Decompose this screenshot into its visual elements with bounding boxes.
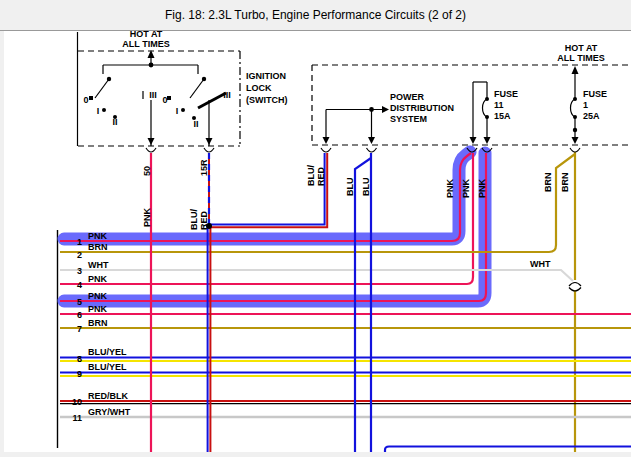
fuse11-dot-bottom xyxy=(485,115,489,119)
left-switch-terminal-0 xyxy=(89,96,93,100)
power-hotat-1: HOT AT xyxy=(565,43,598,53)
pin-number: 11 xyxy=(72,413,82,423)
wire-label-wht: WHT xyxy=(530,259,551,269)
left-switch-terminal-1 xyxy=(102,108,106,112)
row-label: PNK xyxy=(88,291,108,301)
fuse11-dot-top xyxy=(485,97,489,101)
pin-number: 5 xyxy=(77,297,82,307)
pin-number: 3 xyxy=(77,266,82,276)
row-label: RED/BLK xyxy=(88,391,128,401)
pin-number: 4 xyxy=(77,280,82,290)
pin-number: 2 xyxy=(77,250,82,260)
fuse1-rating: 25A xyxy=(583,111,600,121)
power-label-3: SYSTEM xyxy=(390,114,427,124)
fuse11-number: 11 xyxy=(494,100,504,110)
fuse1-number: 1 xyxy=(583,100,588,110)
fuse1-name: FUSE xyxy=(583,89,607,99)
row-label: PNK xyxy=(88,231,108,241)
wire-label-pnk: PNK xyxy=(142,207,152,227)
wire-label-blu: BLU xyxy=(345,178,355,197)
wire-label-pnk: PNK xyxy=(461,178,471,198)
right-pos-2: II xyxy=(193,119,198,129)
row-label: BRN xyxy=(88,318,108,328)
junction-dot xyxy=(149,63,154,68)
diagram-viewer-window: Fig. 18: 2.3L Turbo, Engine Performance … xyxy=(0,0,631,457)
row-label: PNK xyxy=(88,274,108,284)
right-pos-3: III xyxy=(223,90,231,100)
ignition-name-3: (SWITCH) xyxy=(246,95,288,105)
row-label: BLU/YEL xyxy=(88,347,127,357)
wire-label-pnk: PNK xyxy=(477,178,487,198)
window-bottom-edge xyxy=(0,452,631,457)
wire-label-brn: BRN xyxy=(543,173,553,193)
pin-number: 8 xyxy=(77,354,82,364)
wire-label-brn: BRN xyxy=(560,173,570,193)
power-label-1: POWER xyxy=(390,92,425,102)
row-label: GRY/WHT xyxy=(88,407,131,417)
pin-number: 1 xyxy=(77,237,82,247)
pin-number: 9 xyxy=(77,369,82,379)
wire-label-pnk: PNK xyxy=(445,178,455,198)
ignition-name-1: IGNITION xyxy=(246,71,286,81)
terminal-label-15r: 15R xyxy=(199,159,209,176)
wire-label-blured-1: BLU/ xyxy=(189,209,199,230)
pin-number: 10 xyxy=(72,397,82,407)
left-pos-3: III xyxy=(149,90,157,100)
left-pos-2: II xyxy=(112,117,117,127)
wiring-diagram-canvas: HOT AT ALL TIMES 0 I II III 0 I II III I… xyxy=(0,0,631,457)
left-pos-1: I xyxy=(97,106,100,116)
window-left-edge xyxy=(0,31,4,457)
fuse11-rating: 15A xyxy=(494,111,511,121)
ignition-hotat-2: ALL TIMES xyxy=(122,39,169,49)
fuse1-dot-bottom xyxy=(573,115,577,119)
left-pos-0: 0 xyxy=(83,95,88,105)
right-pos-0: 0 xyxy=(162,95,167,105)
row-label: WHT xyxy=(88,260,109,270)
wire-label-blured-1: BLU/ xyxy=(306,165,316,186)
wire-label-blu: BLU xyxy=(361,178,371,197)
terminal-label-50: 50 xyxy=(142,166,152,176)
ignition-hotat-1: HOT AT xyxy=(130,29,163,39)
row-label: BLU/YEL xyxy=(88,362,127,372)
pin-number: 7 xyxy=(77,324,82,334)
fuse11-name: FUSE xyxy=(494,89,518,99)
power-hotat-2: ALL TIMES xyxy=(557,53,604,63)
fuse1-junction-dot xyxy=(573,128,577,132)
right-pos-1: I xyxy=(176,106,179,116)
power-label-2: DISTRIBUTION xyxy=(390,103,454,113)
pin-number: 6 xyxy=(77,310,82,320)
fuse1-dot-top xyxy=(573,97,577,101)
right-switch-terminal-0 xyxy=(167,96,171,100)
ignition-name-2: LOCK xyxy=(246,83,272,93)
row-label: BRN xyxy=(88,242,108,252)
right-switch-terminal-1 xyxy=(181,108,185,112)
wire-label-blured-2: RED xyxy=(316,166,326,186)
row-label: PNK xyxy=(88,304,108,314)
wire-label-blured-2: RED xyxy=(199,210,209,230)
